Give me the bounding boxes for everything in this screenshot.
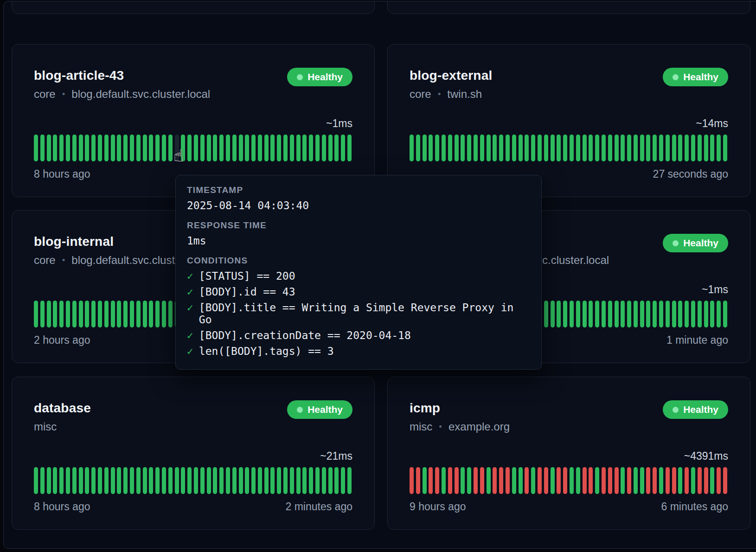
uptime-bar[interactable] bbox=[155, 467, 160, 494]
uptime-bar[interactable] bbox=[111, 135, 115, 161]
uptime-bar[interactable] bbox=[264, 135, 269, 161]
uptime-bar[interactable] bbox=[627, 301, 631, 327]
uptime-bar[interactable] bbox=[627, 135, 631, 161]
uptime-bar[interactable] bbox=[59, 467, 64, 494]
uptime-bar[interactable] bbox=[455, 135, 459, 161]
uptime-bar[interactable] bbox=[710, 135, 714, 161]
uptime-bar[interactable] bbox=[480, 135, 484, 161]
uptime-bar[interactable] bbox=[66, 467, 70, 494]
uptime-bar[interactable] bbox=[525, 135, 529, 161]
uptime-bar[interactable] bbox=[410, 135, 414, 161]
uptime-bar[interactable] bbox=[717, 301, 721, 327]
uptime-bar[interactable] bbox=[429, 135, 433, 161]
uptime-bar[interactable] bbox=[576, 301, 580, 327]
uptime-bar[interactable] bbox=[698, 467, 702, 494]
uptime-bar[interactable] bbox=[175, 467, 179, 494]
uptime-bar[interactable] bbox=[659, 135, 663, 161]
uptime-bar[interactable] bbox=[640, 135, 644, 161]
uptime-bar[interactable] bbox=[283, 135, 288, 161]
uptime-bar[interactable] bbox=[512, 135, 516, 161]
uptime-bar[interactable] bbox=[40, 301, 45, 327]
uptime-bar[interactable] bbox=[347, 467, 352, 494]
uptime-bar[interactable] bbox=[117, 135, 121, 161]
uptime-bar[interactable] bbox=[322, 135, 326, 161]
uptime-bar[interactable] bbox=[531, 135, 535, 161]
uptime-bar[interactable] bbox=[34, 467, 38, 494]
uptime-bar[interactable] bbox=[85, 135, 89, 161]
uptime-bar[interactable] bbox=[723, 467, 727, 494]
uptime-bar[interactable] bbox=[130, 467, 134, 494]
uptime-bar[interactable] bbox=[270, 467, 275, 494]
uptime-bar[interactable] bbox=[53, 467, 57, 494]
uptime-bar[interactable] bbox=[608, 301, 612, 327]
partial-card[interactable] bbox=[387, 1, 750, 14]
uptime-bar[interactable] bbox=[672, 467, 676, 494]
uptime-bar[interactable] bbox=[557, 467, 561, 494]
uptime-bar[interactable] bbox=[717, 467, 721, 494]
uptime-bar[interactable] bbox=[710, 301, 714, 327]
uptime-bar[interactable] bbox=[341, 467, 345, 494]
uptime-bar[interactable] bbox=[506, 467, 510, 494]
uptime-bar[interactable] bbox=[531, 467, 535, 494]
uptime-bar[interactable] bbox=[570, 301, 574, 327]
uptime-bar[interactable] bbox=[723, 301, 727, 327]
uptime-bar[interactable] bbox=[551, 301, 555, 327]
uptime-bar[interactable] bbox=[123, 301, 128, 327]
uptime-bar[interactable] bbox=[213, 467, 217, 494]
uptime-bar[interactable] bbox=[691, 301, 695, 327]
uptime-bar[interactable] bbox=[219, 135, 224, 161]
uptime-bar[interactable] bbox=[589, 301, 593, 327]
uptime-bar[interactable] bbox=[423, 467, 427, 494]
uptime-bar[interactable] bbox=[512, 467, 516, 494]
service-card-icmp[interactable]: icmp misc • example.org Healthy ~4391ms … bbox=[387, 377, 750, 530]
uptime-bar[interactable] bbox=[59, 135, 64, 161]
uptime-bar[interactable] bbox=[666, 301, 670, 327]
uptime-bar[interactable] bbox=[334, 135, 339, 161]
uptime-bar[interactable] bbox=[283, 467, 288, 494]
uptime-bar[interactable] bbox=[474, 135, 478, 161]
uptime-bar[interactable] bbox=[98, 301, 102, 327]
uptime-bar[interactable] bbox=[493, 467, 497, 494]
uptime-bar[interactable] bbox=[583, 135, 587, 161]
uptime-bar[interactable] bbox=[136, 467, 141, 494]
uptime-bar[interactable] bbox=[79, 301, 83, 327]
uptime-bar[interactable] bbox=[251, 467, 256, 494]
uptime-bar[interactable] bbox=[544, 301, 548, 327]
uptime-bar[interactable] bbox=[583, 467, 587, 494]
uptime-bar[interactable] bbox=[634, 467, 638, 494]
uptime-bar[interactable] bbox=[72, 467, 77, 494]
uptime-bar[interactable] bbox=[602, 467, 606, 494]
uptime-bar[interactable] bbox=[194, 467, 198, 494]
uptime-bar[interactable] bbox=[685, 301, 689, 327]
uptime-bar[interactable] bbox=[347, 135, 352, 161]
uptime-bar[interactable] bbox=[576, 467, 580, 494]
uptime-bar[interactable] bbox=[264, 467, 269, 494]
uptime-bar[interactable] bbox=[302, 135, 307, 161]
uptime-bar[interactable] bbox=[691, 135, 695, 161]
uptime-bar[interactable] bbox=[570, 467, 574, 494]
uptime-bar[interactable] bbox=[563, 301, 567, 327]
uptime-bar[interactable] bbox=[149, 467, 153, 494]
uptime-bar[interactable] bbox=[691, 467, 695, 494]
uptime-bar[interactable] bbox=[666, 135, 670, 161]
uptime-bar[interactable] bbox=[698, 135, 702, 161]
uptime-bar[interactable] bbox=[72, 135, 77, 161]
uptime-bar[interactable] bbox=[130, 301, 134, 327]
uptime-bar[interactable] bbox=[480, 467, 484, 494]
uptime-bar[interactable] bbox=[277, 467, 281, 494]
uptime-bar[interactable] bbox=[40, 467, 45, 494]
uptime-bar[interactable] bbox=[232, 467, 237, 494]
uptime-bar[interactable] bbox=[258, 467, 262, 494]
uptime-bar[interactable] bbox=[602, 301, 606, 327]
uptime-bar[interactable] bbox=[207, 135, 211, 161]
service-card-database[interactable]: database misc Healthy ~21ms 8 hours ago … bbox=[12, 377, 375, 530]
uptime-bar[interactable] bbox=[461, 467, 465, 494]
uptime-bar[interactable] bbox=[104, 467, 109, 494]
uptime-bar[interactable] bbox=[270, 135, 275, 161]
uptime-bar[interactable] bbox=[79, 467, 83, 494]
uptime-bar[interactable] bbox=[245, 135, 249, 161]
uptime-bar[interactable] bbox=[455, 467, 459, 494]
uptime-bar[interactable] bbox=[595, 135, 599, 161]
uptime-bar[interactable] bbox=[634, 301, 638, 327]
uptime-bar[interactable] bbox=[302, 467, 307, 494]
